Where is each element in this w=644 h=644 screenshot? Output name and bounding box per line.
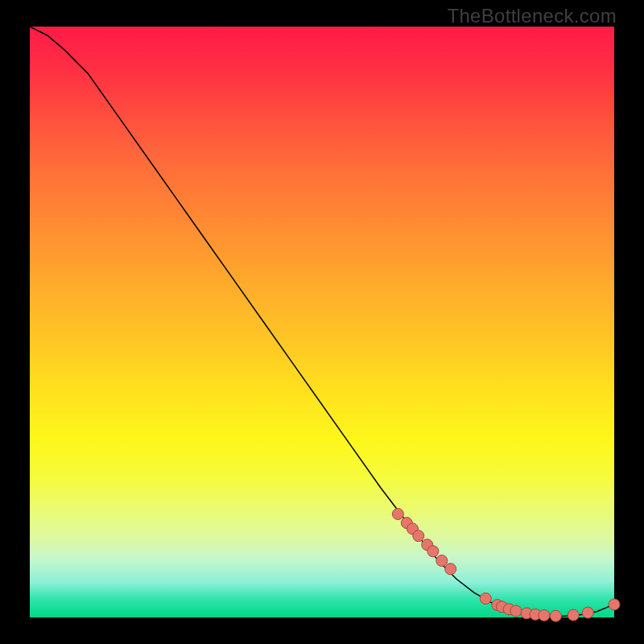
data-point [582, 607, 593, 618]
attribution-label: TheBottleneck.com [447, 5, 617, 27]
highlight-markers [392, 509, 620, 622]
bottleneck-curve [30, 27, 614, 617]
data-point [539, 609, 550, 621]
data-point [568, 609, 579, 621]
data-point [445, 564, 456, 575]
data-point [427, 546, 439, 557]
chart-frame: TheBottleneck.com [0, 0, 644, 644]
plot-svg [30, 27, 614, 617]
plot-area [30, 27, 614, 617]
data-point [550, 610, 561, 621]
data-point [480, 593, 491, 605]
data-point [413, 530, 424, 542]
data-point [392, 509, 403, 520]
data-point [609, 599, 620, 610]
data-point [436, 555, 448, 567]
data-point [510, 605, 522, 617]
